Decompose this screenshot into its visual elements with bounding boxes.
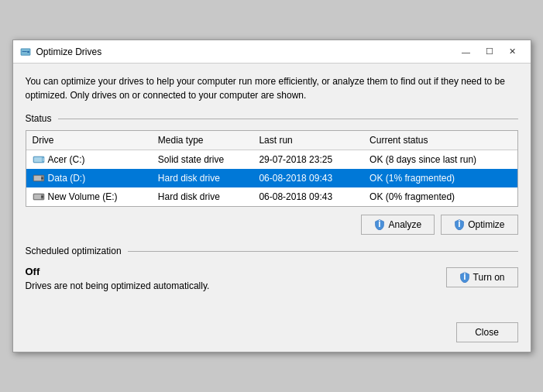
- window-icon: [19, 46, 32, 58]
- turn-on-button[interactable]: i Turn on: [446, 267, 518, 287]
- svg-point-9: [41, 177, 43, 180]
- drives-table-container: Drive Media type Last run Current status…: [26, 130, 518, 207]
- scheduled-section: Scheduled optimization Off Drives are no…: [26, 246, 518, 294]
- cell-media-type: Hard disk drive: [152, 187, 253, 206]
- action-buttons-row: i Analyze i Optimize: [26, 215, 518, 235]
- maximize-button[interactable]: ☐: [478, 44, 501, 60]
- turn-on-shield-icon: i: [459, 272, 470, 283]
- svg-rect-3: [22, 51, 26, 52]
- drive-name: Data (D:): [48, 173, 86, 184]
- cell-drive: Data (D:): [26, 169, 152, 187]
- cell-media-type: Hard disk drive: [152, 169, 253, 187]
- cell-drive: New Volume (E:): [26, 187, 152, 206]
- col-media-type: Media type: [152, 131, 253, 150]
- svg-text:i: i: [463, 272, 466, 282]
- optimize-shield-icon: i: [454, 219, 465, 230]
- status-section-divider: [58, 119, 518, 119]
- svg-text:i: i: [379, 219, 381, 229]
- svg-point-12: [41, 196, 43, 198]
- optimize-button[interactable]: i Optimize: [441, 215, 517, 235]
- drive-type-icon: [33, 153, 45, 166]
- titlebar-controls: — ☐ ✕: [455, 44, 524, 60]
- close-window-button[interactable]: ✕: [501, 44, 524, 60]
- drive-type-icon: [33, 172, 45, 184]
- cell-last-run: 06-08-2018 09:43: [253, 187, 363, 206]
- col-last-run: Last run: [253, 131, 363, 150]
- cell-current-status: OK (0% fragmented): [363, 187, 517, 206]
- col-current-status: Current status: [363, 131, 517, 150]
- svg-rect-11: [34, 194, 41, 199]
- description-text: You can optimize your drives to help you…: [26, 74, 518, 102]
- svg-rect-6: [43, 158, 44, 161]
- scheduled-description: Drives are not being optimized automatic…: [26, 280, 446, 291]
- analyze-button[interactable]: i Analyze: [361, 215, 435, 235]
- table-row[interactable]: Data (D:) Hard disk drive06-08-2018 09:4…: [26, 169, 517, 187]
- table-row[interactable]: Acer (C:) Solid state drive29-07-2018 23…: [26, 150, 517, 170]
- close-button[interactable]: Close: [456, 322, 518, 342]
- svg-rect-5: [34, 157, 42, 162]
- analyze-shield-icon: i: [374, 219, 385, 230]
- table-header-row: Drive Media type Last run Current status: [26, 131, 517, 150]
- drive-cell: New Volume (E:): [33, 191, 146, 203]
- cell-current-status: OK (8 days since last run): [363, 150, 517, 170]
- drive-type-icon: [33, 191, 45, 203]
- drive-cell: Data (D:): [33, 172, 146, 184]
- window-title: Optimize Drives: [36, 46, 455, 57]
- cell-media-type: Solid state drive: [152, 150, 253, 170]
- col-drive: Drive: [26, 131, 152, 150]
- scheduled-actions: i Turn on: [446, 266, 518, 287]
- titlebar: Optimize Drives — ☐ ✕: [13, 40, 531, 64]
- cell-current-status: OK (1% fragmented): [363, 169, 517, 187]
- status-section-label: Status: [26, 113, 52, 124]
- drive-name: New Volume (E:): [48, 191, 118, 202]
- status-section-header: Status: [26, 113, 518, 124]
- scheduled-info: Off Drives are not being optimized autom…: [26, 266, 446, 291]
- footer: Close: [13, 316, 531, 352]
- table-row[interactable]: New Volume (E:) Hard disk drive06-08-201…: [26, 187, 517, 206]
- drive-name: Acer (C:): [48, 154, 85, 165]
- turn-on-label: Turn on: [473, 272, 505, 283]
- scheduled-section-label: Scheduled optimization: [26, 246, 122, 256]
- svg-text:i: i: [458, 219, 460, 229]
- svg-point-2: [27, 50, 29, 53]
- scheduled-section-header: Scheduled optimization: [26, 246, 518, 256]
- optimize-drives-window: Optimize Drives — ☐ ✕ You can optimize y…: [12, 40, 531, 352]
- analyze-label: Analyze: [388, 219, 421, 230]
- minimize-button[interactable]: —: [455, 44, 478, 60]
- drive-cell: Acer (C:): [33, 153, 146, 166]
- cell-last-run: 29-07-2018 23:25: [253, 150, 363, 170]
- scheduled-section-divider: [128, 251, 518, 252]
- window-content: You can optimize your drives to help you…: [13, 64, 531, 316]
- scheduled-content: Off Drives are not being optimized autom…: [26, 263, 518, 294]
- svg-rect-8: [34, 176, 41, 181]
- scheduled-status: Off: [26, 266, 446, 277]
- drives-table: Drive Media type Last run Current status…: [26, 131, 517, 206]
- cell-last-run: 06-08-2018 09:43: [253, 169, 363, 187]
- optimize-label: Optimize: [468, 219, 504, 230]
- cell-drive: Acer (C:): [26, 150, 152, 170]
